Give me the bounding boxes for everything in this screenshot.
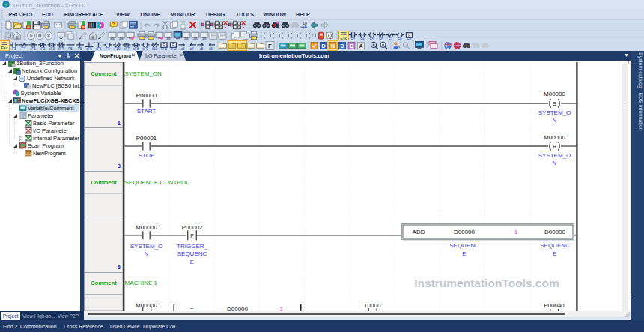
svg-text:Esc: Esc [341,36,347,40]
svg-text:F: F [162,43,165,47]
svg-text:Q: Q [328,33,332,39]
svg-text:P: P [190,233,194,238]
svg-text:S: S [553,101,556,106]
svg-text:Esc: Esc [1,46,8,50]
svg-text:10: 10 [303,21,307,25]
svg-text:F: F [172,43,174,47]
svg-text:D: D [340,43,344,49]
svg-text:D: D [321,43,325,49]
svg-text:A: A [359,43,362,49]
svg-text:?: ? [112,22,115,26]
svg-text:1: 1 [311,34,314,38]
svg-text:R: R [553,144,556,149]
svg-text:F: F [268,43,272,49]
svg-text:D: D [273,23,276,28]
svg-text:F: F [408,33,410,37]
svg-text:N: N [331,43,335,49]
svg-text:B: B [350,43,353,49]
